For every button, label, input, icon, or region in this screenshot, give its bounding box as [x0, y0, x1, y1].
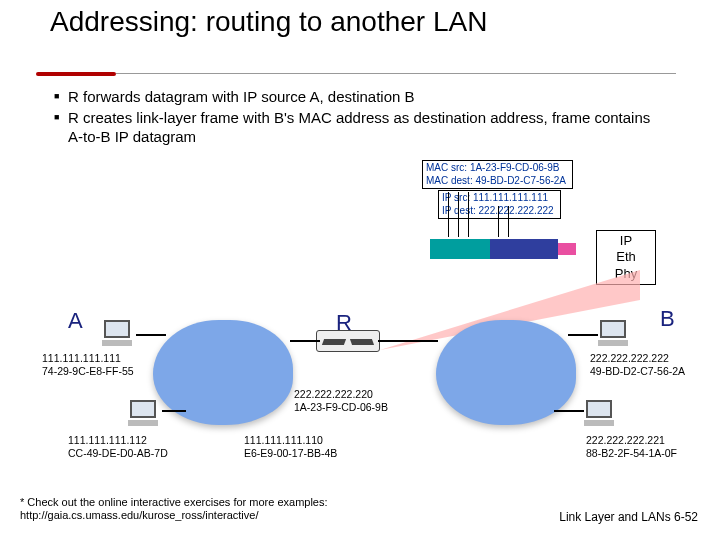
addr-rright-ip: 222.222.222.220 — [294, 388, 388, 401]
addr-rleft-ip: 111.111.111.110 — [244, 434, 337, 447]
link-r-right — [378, 340, 438, 342]
addr-rleft: 111.111.111.110 E6-E9-00-17-BB-4B — [244, 434, 337, 459]
addr-b1: 222.222.222.222 49-BD-D2-C7-56-2A — [590, 352, 685, 377]
mac-dest: MAC dest: 49-BD-D2-C7-56-2A — [426, 175, 566, 188]
bullet-list: R forwards datagram with IP source A, de… — [54, 88, 654, 148]
host-a2-icon — [128, 400, 162, 430]
title-underline-thin — [116, 73, 676, 74]
addr-b1-mac: 49-BD-D2-C7-56-2A — [590, 365, 685, 378]
label-A: A — [68, 308, 83, 334]
addr-b2-mac: 88-B2-2F-54-1A-0F — [586, 447, 677, 460]
addr-b2-ip: 222.222.222.221 — [586, 434, 677, 447]
bullet-1: R forwards datagram with IP source A, de… — [54, 88, 654, 107]
footnote: * Check out the online interactive exerc… — [20, 496, 380, 522]
frame-eth-header — [430, 239, 490, 259]
addr-a2: 111.111.111.112 CC-49-DE-D0-AB-7D — [68, 434, 168, 459]
link-a1 — [136, 334, 166, 336]
addr-a2-ip: 111.111.111.112 — [68, 434, 168, 447]
link-a2 — [162, 410, 186, 412]
label-B: B — [660, 306, 675, 332]
link-b1 — [568, 334, 598, 336]
host-b1-icon — [598, 320, 632, 350]
frame-payload — [558, 243, 576, 255]
addr-a1: 111.111.111.111 74-29-9C-E8-FF-55 — [42, 352, 134, 377]
mac-header-box: MAC src: 1A-23-F9-CD-06-9B MAC dest: 49-… — [422, 160, 573, 189]
addr-rright-mac: 1A-23-F9-CD-06-9B — [294, 401, 388, 414]
addr-a2-mac: CC-49-DE-D0-AB-7D — [68, 447, 168, 460]
label-R: R — [336, 310, 352, 336]
addr-a1-mac: 74-29-9C-E8-FF-55 — [42, 365, 134, 378]
frame-ip-header — [490, 239, 558, 259]
stack-ip: IP — [599, 233, 653, 249]
link-r-left — [290, 340, 320, 342]
addr-rright: 222.222.222.220 1A-23-F9-CD-06-9B — [294, 388, 388, 413]
addr-a1-ip: 111.111.111.111 — [42, 352, 134, 365]
stack-eth: Eth — [599, 249, 653, 265]
callout-leader — [468, 192, 469, 237]
link-b2 — [554, 410, 584, 412]
callout-leader — [448, 192, 449, 237]
bullet-2: R creates link-layer frame with B's MAC … — [54, 109, 654, 147]
addr-rleft-mac: E6-E9-00-17-BB-4B — [244, 447, 337, 460]
host-a1-icon — [102, 320, 136, 350]
title-underline-bold — [36, 72, 116, 76]
ip-header-box: IP src: 111.111.111.111 IP dest: 222.222… — [438, 190, 561, 219]
slide-title: Addressing: routing to another LAN — [50, 6, 487, 38]
addr-b1-ip: 222.222.222.222 — [590, 352, 685, 365]
mac-src: MAC src: 1A-23-F9-CD-06-9B — [426, 162, 566, 175]
addr-b2: 222.222.222.221 88-B2-2F-54-1A-0F — [586, 434, 677, 459]
host-b2-icon — [584, 400, 618, 430]
slide-number: Link Layer and LANs 6-52 — [559, 510, 698, 524]
callout-leader — [458, 192, 459, 237]
frame-diagram — [430, 232, 570, 266]
